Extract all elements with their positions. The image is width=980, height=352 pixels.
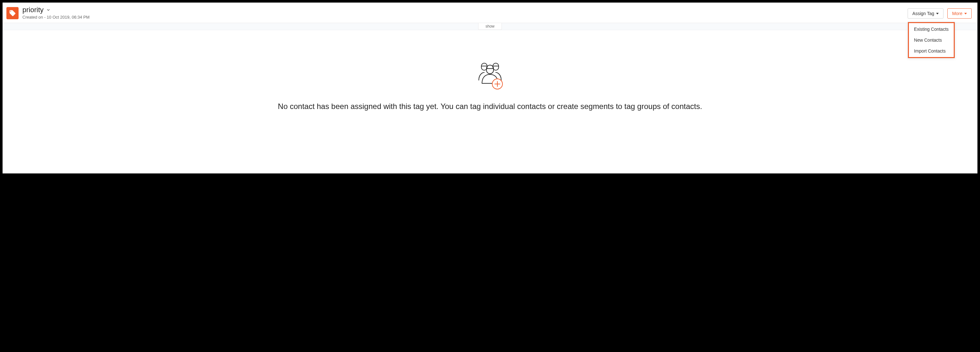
page-header: priority Created on - 10 Oct 2019, 06:34… [3,3,977,23]
title-row[interactable]: priority [22,6,90,14]
more-button[interactable]: More [947,8,972,19]
dropdown-item-existing-contacts[interactable]: Existing Contacts [910,24,953,35]
people-add-icon [473,59,508,92]
assign-tag-label: Assign Tag [912,11,934,16]
header-left: priority Created on - 10 Oct 2019, 06:34… [6,6,90,19]
caret-down-icon [936,13,939,14]
assign-tag-wrapper: Assign Tag Existing Contacts New Contact… [908,8,943,19]
chevron-down-icon [46,8,51,12]
show-button[interactable]: show [478,23,502,30]
dropdown-item-new-contacts[interactable]: New Contacts [910,35,953,45]
app-frame: priority Created on - 10 Oct 2019, 06:34… [3,3,977,173]
title-block: priority Created on - 10 Oct 2019, 06:34… [22,6,90,19]
header-right: Assign Tag Existing Contacts New Contact… [908,8,972,19]
created-on-label: Created on - 10 Oct 2019, 06:34 PM [22,15,90,19]
tag-icon [6,7,19,19]
empty-state-message: No contact has been assigned with this t… [278,102,702,111]
caret-down-icon [964,13,967,14]
more-label: More [952,11,963,16]
empty-state: No contact has been assigned with this t… [3,30,977,124]
assign-tag-dropdown: Existing Contacts New Contacts Import Co… [908,22,955,58]
assign-tag-button[interactable]: Assign Tag [908,8,943,19]
dropdown-item-import-contacts[interactable]: Import Contacts [910,45,953,56]
show-bar: show [3,23,977,30]
dropdown-highlight: Existing Contacts New Contacts Import Co… [908,22,955,58]
page-title: priority [22,6,43,14]
